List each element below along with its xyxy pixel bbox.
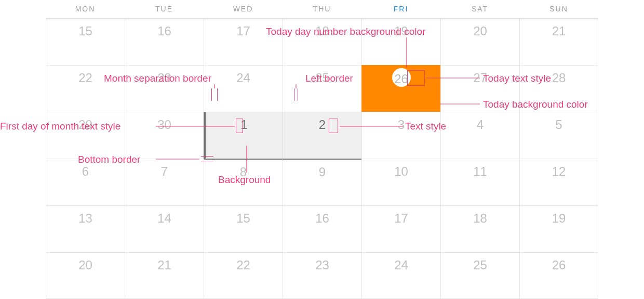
day-number: 4	[477, 118, 484, 132]
day-number: 23	[157, 71, 171, 85]
calendar-cell[interactable]: 22	[204, 252, 283, 299]
day-number: 12	[552, 164, 566, 179]
day-number: 1	[240, 118, 247, 132]
calendar-row: 20212223242526	[46, 252, 598, 299]
diagram-stage: MON TUE WED THU FRI SAT SUN 151617181920…	[0, 0, 644, 299]
calendar-cell[interactable]: 21	[519, 18, 598, 65]
calendar-cell[interactable]: 15	[204, 205, 283, 252]
day-number: 17	[394, 211, 408, 226]
day-number: 25	[473, 258, 487, 272]
weekday-sat: SAT	[440, 0, 519, 18]
day-number: 23	[315, 258, 329, 272]
weekday-wed: WED	[204, 0, 283, 18]
day-number: 10	[394, 164, 408, 179]
weekday-mon: MON	[46, 0, 125, 18]
day-number: 14	[157, 211, 171, 226]
calendar-cell[interactable]: 30	[125, 112, 204, 159]
calendar-cell[interactable]: 23	[283, 252, 361, 299]
calendar-cell[interactable]: 29	[46, 112, 125, 159]
calendar-cell[interactable]: 16	[283, 205, 361, 252]
calendar-cell[interactable]: 24	[204, 65, 283, 112]
calendar-cell[interactable]: 19	[519, 205, 598, 252]
calendar-cell[interactable]: 20	[440, 18, 519, 65]
calendar-cell[interactable]: 28	[519, 65, 598, 112]
calendar-cell[interactable]: 12	[519, 159, 598, 205]
calendar-cell[interactable]: 14	[125, 205, 204, 252]
day-number: 15	[78, 24, 92, 38]
weekday-header: MON TUE WED THU FRI SAT SUN	[46, 0, 598, 18]
weekday-fri: FRI	[361, 0, 440, 18]
calendar-row: 293012345	[46, 112, 598, 159]
calendar-cell[interactable]: 13	[46, 205, 125, 252]
weekday-thu: THU	[283, 0, 361, 18]
calendar-cell[interactable]: 3	[361, 112, 440, 159]
day-number: 7	[161, 164, 168, 179]
calendar-cell[interactable]: 17	[204, 18, 283, 65]
calendar-cell[interactable]: 17	[361, 205, 440, 252]
calendar-row: 22232425262728	[46, 65, 598, 112]
day-number: 20	[78, 258, 92, 272]
calendar-cell[interactable]: 16	[125, 18, 204, 65]
calendar-cell[interactable]: 15	[46, 18, 125, 65]
day-number: 22	[78, 71, 92, 85]
day-number: 5	[555, 118, 562, 132]
calendar-cell-today[interactable]: 26	[361, 65, 440, 112]
calendar-cell[interactable]: 5	[519, 112, 598, 159]
day-number: 18	[315, 24, 329, 38]
calendar-cell[interactable]: 1	[204, 112, 283, 159]
calendar-cell[interactable]: 2	[283, 112, 361, 159]
day-number: 11	[473, 164, 487, 179]
day-number: 21	[552, 24, 566, 38]
day-number: 29	[78, 118, 92, 132]
day-number: 27	[473, 71, 487, 85]
calendar-row: 15161718192021	[46, 18, 598, 65]
day-number: 16	[157, 24, 171, 38]
day-number: 20	[473, 24, 487, 38]
calendar-cell[interactable]: 25	[283, 65, 361, 112]
calendar-cell[interactable]: 21	[125, 252, 204, 299]
day-number: 24	[394, 258, 408, 272]
calendar-cell[interactable]: 10	[361, 159, 440, 205]
calendar-rows: 1516171819202122232425262728293012345678…	[46, 18, 598, 299]
day-number: 19	[394, 24, 408, 38]
calendar-row: 6789101112	[46, 159, 598, 205]
calendar-cell[interactable]: 24	[361, 252, 440, 299]
calendar-cell[interactable]: 22	[46, 65, 125, 112]
calendar-cell[interactable]: 4	[440, 112, 519, 159]
weekday-tue: TUE	[125, 0, 204, 18]
day-number: 22	[236, 258, 250, 272]
calendar-cell[interactable]: 18	[283, 18, 361, 65]
day-number: 24	[236, 71, 250, 85]
day-number: 30	[157, 118, 171, 132]
calendar-cell[interactable]: 25	[440, 252, 519, 299]
day-number: 8	[240, 165, 247, 179]
calendar-cell[interactable]: 9	[283, 159, 361, 205]
calendar-cell[interactable]: 20	[46, 252, 125, 299]
day-number: 19	[552, 211, 566, 226]
day-number: 28	[552, 71, 566, 85]
calendar-row: 13141516171819	[46, 205, 598, 252]
calendar-cell[interactable]: 8	[204, 159, 283, 205]
day-number: 26	[552, 258, 566, 272]
calendar: MON TUE WED THU FRI SAT SUN 151617181920…	[46, 0, 598, 299]
calendar-cell[interactable]: 26	[519, 252, 598, 299]
day-number: 18	[473, 211, 487, 226]
day-number: 21	[157, 258, 171, 272]
calendar-cell[interactable]: 27	[440, 65, 519, 112]
calendar-cell[interactable]: 19	[361, 18, 440, 65]
calendar-cell[interactable]: 18	[440, 205, 519, 252]
calendar-cell[interactable]: 23	[125, 65, 204, 112]
day-number: 15	[236, 211, 250, 226]
day-number: 6	[82, 164, 89, 179]
day-number: 2	[319, 118, 326, 132]
calendar-cell[interactable]: 6	[46, 159, 125, 205]
day-number: 3	[398, 118, 405, 132]
day-number: 13	[78, 211, 92, 226]
day-number: 17	[236, 24, 250, 38]
day-number: 26	[394, 72, 408, 86]
weekday-sun: SUN	[519, 0, 598, 18]
calendar-cell[interactable]: 7	[125, 159, 204, 205]
day-number: 25	[315, 71, 329, 85]
calendar-cell[interactable]: 11	[440, 159, 519, 205]
day-number: 9	[319, 165, 326, 179]
